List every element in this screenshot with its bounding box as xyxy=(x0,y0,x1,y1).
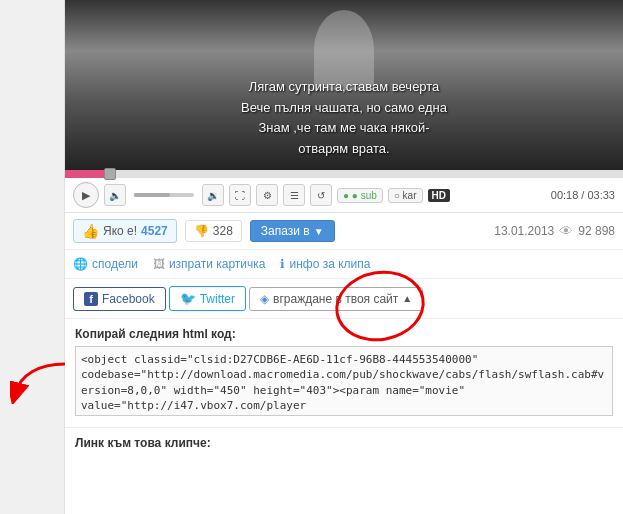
dislike-count: 328 xyxy=(213,224,233,238)
link-section: Линк към това клипче: xyxy=(65,428,623,463)
video-player[interactable]: Лягам сутринта,ставам вечерта Вече пълня… xyxy=(65,0,623,170)
facebook-button[interactable]: f Facebook xyxy=(73,287,166,311)
repeat-btn[interactable]: ↺ xyxy=(310,184,332,206)
twitter-button[interactable]: 🐦 Twitter xyxy=(169,286,246,311)
info-icon: ℹ xyxy=(280,257,285,271)
save-button[interactable]: Запази в ▼ xyxy=(250,220,335,242)
thumbs-down-icon: 👎 xyxy=(194,224,209,238)
playlist-btn[interactable]: ☰ xyxy=(283,184,305,206)
likes-row: 👍 Яко е! 4527 👎 328 Запази в ▼ 13.01.201… xyxy=(65,213,623,250)
date-views: 13.01.2013 👁 92 898 xyxy=(494,223,615,239)
volume-fill xyxy=(134,193,170,197)
embed-arrow-icon: ▲ xyxy=(402,293,412,304)
dislike-button[interactable]: 👎 328 xyxy=(185,220,242,242)
embed-button[interactable]: ◈ вграждане в твоя сайт ▲ xyxy=(249,287,423,311)
share-row: 🌐 сподели 🖼 изпрати картичка ℹ инфо за к… xyxy=(65,250,623,279)
progress-thumb[interactable] xyxy=(104,168,116,180)
eye-icon: 👁 xyxy=(559,223,573,239)
share-link[interactable]: 🌐 сподели xyxy=(73,257,138,271)
play-button[interactable]: ▶ xyxy=(73,182,99,208)
view-count: 92 898 xyxy=(578,224,615,238)
volume-up-icon: 🔉 xyxy=(202,184,224,206)
facebook-label: Facebook xyxy=(102,292,155,306)
thumbs-up-icon: 👍 xyxy=(82,223,99,239)
card-icon: 🖼 xyxy=(153,257,165,271)
embed-diamond-icon: ◈ xyxy=(260,292,269,306)
subtitle-button[interactable]: ● ● sub xyxy=(337,188,383,203)
like-count: 4527 xyxy=(141,224,168,238)
settings-btn[interactable]: ⚙ xyxy=(256,184,278,206)
hd-badge: HD xyxy=(428,189,450,202)
save-label: Запази в xyxy=(261,224,310,238)
clip-info-link[interactable]: ℹ инфо за клипа xyxy=(280,257,370,271)
screen-btn[interactable]: ⛶ xyxy=(229,184,251,206)
progress-bar[interactable] xyxy=(65,170,623,178)
social-row: f Facebook 🐦 Twitter ◈ вграждане в твоя … xyxy=(65,279,623,319)
volume-slider[interactable] xyxy=(134,193,194,197)
karaoke-button[interactable]: ○ kar xyxy=(388,188,423,203)
left-sidebar xyxy=(0,0,65,514)
video-date: 13.01.2013 xyxy=(494,224,554,238)
like-button[interactable]: 👍 Яко е! 4527 xyxy=(73,219,177,243)
send-card-link[interactable]: 🖼 изпрати картичка xyxy=(153,257,266,271)
controls-bar: ▶ 🔈 🔉 ⛶ ⚙ ☰ ↺ ● ● sub ○ kar HD 00:18 / 0… xyxy=(65,178,623,213)
twitter-label: Twitter xyxy=(200,292,235,306)
save-dropdown-arrow: ▼ xyxy=(314,226,324,237)
volume-icon: 🔈 xyxy=(104,184,126,206)
code-section: Копирай следния html код: xyxy=(65,319,623,428)
html-code-textarea[interactable] xyxy=(75,346,613,416)
share-globe-icon: 🌐 xyxy=(73,257,88,271)
time-display: 00:18 / 03:33 xyxy=(551,189,615,201)
facebook-icon: f xyxy=(84,292,98,306)
embed-label: вграждане в твоя сайт xyxy=(273,292,398,306)
code-section-title: Копирай следния html код: xyxy=(75,327,613,341)
twitter-icon: 🐦 xyxy=(180,291,196,306)
video-lyrics: Лягам сутринта,ставам вечерта Вече пълня… xyxy=(65,77,623,160)
like-label: Яко е! xyxy=(103,224,137,238)
link-section-title: Линк към това клипче: xyxy=(75,436,613,450)
